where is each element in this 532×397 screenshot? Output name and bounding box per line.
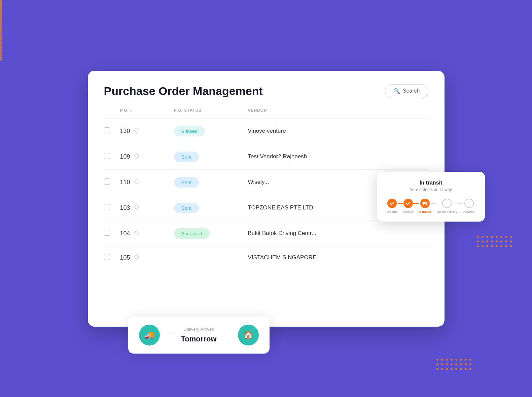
truck-icon: 🚚 xyxy=(144,330,154,340)
col-po-status: P.O. STATUS xyxy=(174,108,248,119)
delivery-text: Delivery Arrives Tomorrow xyxy=(168,327,230,343)
diamond-icon xyxy=(134,178,140,186)
po-number: 103 xyxy=(120,204,174,212)
track-step: Packed xyxy=(403,199,413,213)
po-number: 104 xyxy=(120,230,174,237)
row-checkbox[interactable] xyxy=(104,178,110,185)
track-step: Out for delivery xyxy=(436,199,457,213)
po-number: 110 xyxy=(120,178,174,186)
col-po-number: P.O. # xyxy=(120,108,174,119)
track-circle-ordered xyxy=(387,199,397,208)
track-label: Ordered xyxy=(387,210,398,213)
delivery-card: 🚚 Delivery Arrives Tomorrow 🏠 xyxy=(128,317,270,354)
track-step: Ordered xyxy=(387,199,398,213)
dot-group-top-left: for(let i=0;i<30;i++) document.currentSc… xyxy=(27,20,71,32)
diamond-icon xyxy=(134,254,140,262)
track-circle-delivered xyxy=(464,199,474,208)
transit-popup: In transit Your order is on its way Orde… xyxy=(377,172,485,222)
row-checkbox[interactable] xyxy=(104,127,110,133)
row-checkbox[interactable] xyxy=(104,230,110,236)
search-icon: 🔍 xyxy=(393,88,400,94)
track-circle-out-for-delivery xyxy=(442,199,452,208)
track-label: Delivered xyxy=(462,210,475,213)
svg-rect-6 xyxy=(422,202,425,204)
dot-group-top-right xyxy=(477,236,512,247)
table-row: 105VISTACHEM SINGAPORE xyxy=(104,246,428,269)
diamond-icon xyxy=(134,204,140,212)
truck-icon-circle: 🚚 xyxy=(139,325,160,345)
col-vendor: VENDOR xyxy=(248,108,428,119)
transit-title: In transit xyxy=(387,180,475,186)
row-checkbox[interactable] xyxy=(104,204,110,210)
track-connector xyxy=(413,203,419,204)
track-label: Packed xyxy=(403,210,413,213)
track-label: Out for delivery xyxy=(436,210,457,213)
col-checkbox xyxy=(104,108,120,119)
svg-marker-0 xyxy=(134,128,139,132)
vendor-name: Bukit Batok Driving Centr... xyxy=(248,221,428,246)
main-card: Purchase Order Management 🔍 Search P.O. … xyxy=(88,71,445,327)
card-header: Purchase Order Management 🔍 Search xyxy=(104,84,428,98)
progress-track: OrderedPackedIn transitOut for deliveryD… xyxy=(387,199,475,213)
diamond-icon xyxy=(134,153,140,161)
svg-point-9 xyxy=(425,204,427,205)
svg-marker-5 xyxy=(134,254,139,259)
search-label: Search xyxy=(403,88,420,94)
row-checkbox[interactable] xyxy=(104,254,110,260)
po-number: 105 xyxy=(120,254,174,262)
track-step: In transit xyxy=(419,199,431,213)
table-row: 130ViewedVinove venture xyxy=(104,118,428,144)
track-connector xyxy=(431,203,437,204)
svg-marker-3 xyxy=(134,204,139,209)
status-badge: Sent xyxy=(174,203,199,213)
status-badge: Viewed xyxy=(174,126,205,136)
po-number: 109 xyxy=(120,153,174,161)
track-connector xyxy=(398,203,403,204)
diamond-icon xyxy=(134,230,140,237)
track-circle-packed xyxy=(403,199,413,208)
dot-group-bottom-right xyxy=(436,359,471,370)
table-row: 104AcceptedBukit Batok Driving Centr... xyxy=(104,221,428,246)
po-number: 130 xyxy=(120,127,174,135)
svg-marker-7 xyxy=(425,202,427,204)
vendor-name: VISTACHEM SINGAPORE xyxy=(248,246,428,269)
page-title: Purchase Order Management xyxy=(104,85,263,98)
status-badge: Accepted xyxy=(174,228,210,239)
track-step: Delivered xyxy=(462,199,475,213)
search-button[interactable]: 🔍 Search xyxy=(385,84,428,98)
home-icon: 🏠 xyxy=(243,330,253,340)
status-badge: Sent xyxy=(174,152,199,162)
vendor-name: Test Vendor2 Rajneesh xyxy=(248,144,428,169)
home-icon-circle: 🏠 xyxy=(238,325,259,345)
vendor-name: Vinove venture xyxy=(248,118,428,144)
row-checkbox[interactable] xyxy=(104,153,110,159)
track-label: In transit xyxy=(419,210,431,213)
svg-marker-2 xyxy=(134,179,139,184)
svg-marker-4 xyxy=(134,230,139,235)
delivery-subtitle: Delivery Arrives xyxy=(168,327,230,333)
transit-subtitle: Your order is on its way xyxy=(387,187,475,192)
svg-point-8 xyxy=(423,204,424,205)
track-connector xyxy=(457,203,463,204)
delivery-title: Tomorrow xyxy=(168,335,230,343)
svg-marker-1 xyxy=(134,153,139,158)
track-circle-in-transit xyxy=(420,199,430,208)
table-row: 109SentTest Vendor2 Rajneesh xyxy=(104,144,428,169)
status-badge: Sent xyxy=(174,177,199,188)
diamond-icon xyxy=(134,127,140,135)
